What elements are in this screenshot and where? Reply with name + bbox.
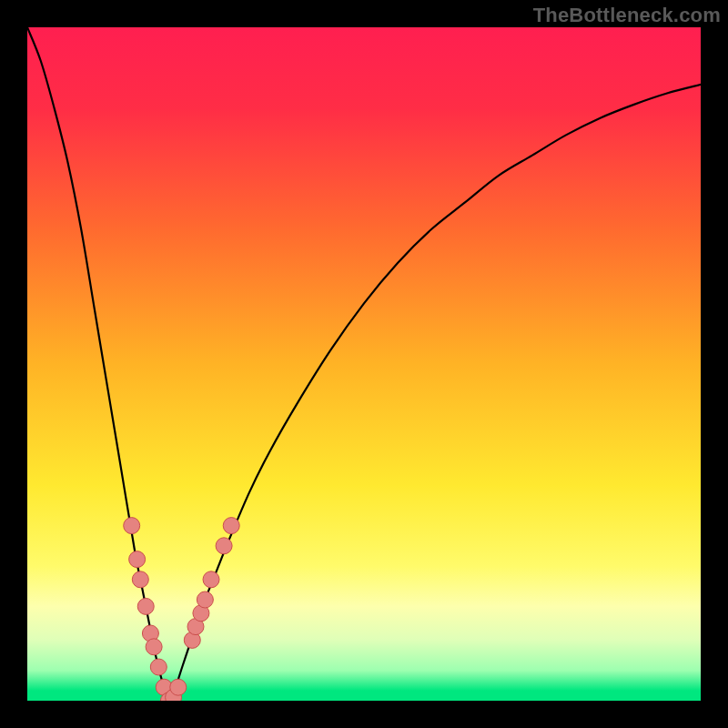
plot-area	[27, 27, 701, 701]
data-point	[129, 551, 146, 568]
chart-frame: TheBottleneck.com	[0, 0, 728, 728]
data-point	[132, 571, 148, 588]
data-point	[197, 592, 213, 608]
data-point	[216, 538, 232, 554]
bottleneck-curve	[27, 27, 701, 701]
data-point	[146, 639, 162, 655]
data-point	[124, 518, 140, 534]
data-point	[150, 659, 167, 675]
curve-layer	[27, 27, 701, 701]
data-point	[137, 598, 154, 614]
data-point	[223, 518, 239, 534]
data-points	[124, 518, 240, 701]
attribution-label: TheBottleneck.com	[533, 4, 721, 27]
data-point	[203, 571, 219, 588]
data-point	[170, 679, 187, 695]
